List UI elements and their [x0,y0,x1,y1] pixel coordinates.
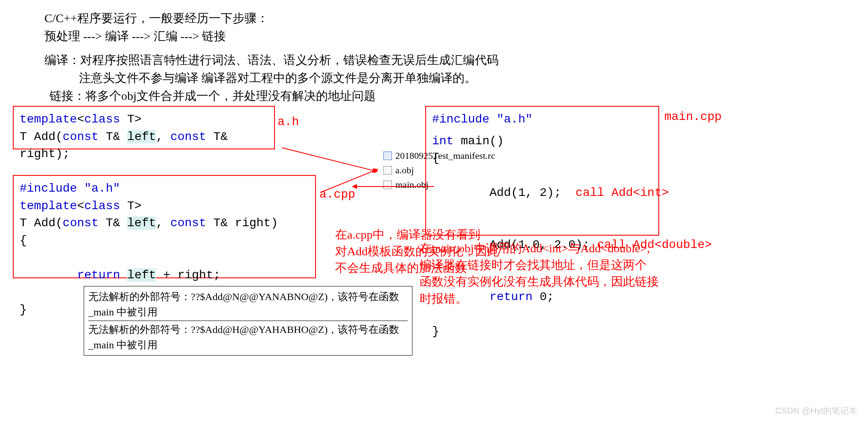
code-box-ah: template<class T> T Add(const T& left, c… [13,106,275,149]
arrow-ah-to-aobj [282,147,377,172]
label-main: main.cpp [664,110,722,123]
main-line7: } [432,323,652,341]
acpp-line4: { [20,232,309,250]
error-box: 无法解析的外部符号：??$Add@N@@YANABNO@Z)，该符号在函数 _m… [84,286,412,356]
header-line3: 编译：对程序按照语言特性进行词法、语法、语义分析，错误检查无误后生成汇编代码 [44,51,499,69]
watermark: CSDN @Hyt的笔记本 [775,405,857,417]
error-line2: 无法解析的外部符号：??$Add@H@@YAHABHO@Z)，该符号在函数 _m… [88,321,408,353]
main-note: 在main.obj中调用的Add<int>与Add<double>, 编译器在链… [420,240,676,307]
ah-line1: template<class T> [20,111,268,128]
acpp-line3: T Add(const T& left, const T& right) [20,215,309,232]
label-ah: a.h [278,115,299,128]
file-name-aobj: a.obj [395,165,414,176]
main-line1: #include "a.h" [432,111,652,128]
main-line3: { [432,150,652,167]
header-line1: C/C++程序要运行，一般要经历一下步骤： [44,9,269,27]
main-line4: Add(1, 2); call Add<int> [432,167,652,219]
obj-file-icon [383,181,392,189]
call-add-int-note: call Add<int> [576,186,669,199]
ah-line2: T Add(const T& left, const T& right); [20,128,268,163]
rc-file-icon [383,152,392,160]
acpp-line2: template<class T> [20,198,309,215]
main-line2: int main() [432,133,652,150]
code-box-acpp: #include "a.h" template<class T> T Add(c… [13,175,316,278]
acpp-line1: #include "a.h" [20,180,309,198]
arrow-main-to-mainobj [353,186,434,187]
code-box-main: #include "a.h" int main() { Add(1, 2); c… [425,106,659,236]
header-line2: 预处理 ---> 编译 ---> 汇编 ---> 链接 [44,27,226,45]
header-line4: 注意头文件不参与编译 编译器对工程中的多个源文件是分离开单独编译的。 [79,69,476,87]
obj-file-icon [383,166,392,175]
file-name-mainobj: main.obj [395,179,429,190]
error-line1: 无法解析的外部符号：??$Add@N@@YANABNO@Z)，该符号在函数 _m… [88,289,408,321]
header-line5: 链接：将多个obj文件合并成一个，并处理没有解决的地址问题 [50,87,376,105]
